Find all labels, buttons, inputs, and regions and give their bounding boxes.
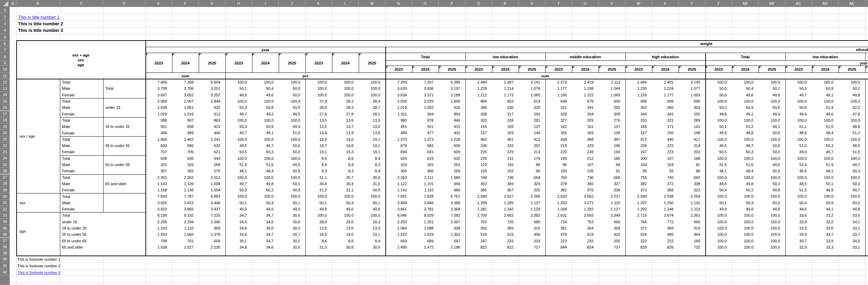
table-cell[interactable]: 48,4 [812,130,839,136]
table-cell[interactable]: 104 [652,162,679,168]
table-cell[interactable]: 100,0 [225,79,252,85]
row-header-18[interactable]: 18 [0,117,10,123]
table-cell[interactable]: 203 [679,149,705,155]
table-cell[interactable]: 2.520 [545,193,572,199]
row-header-33[interactable]: 33 [0,212,10,218]
table-cell[interactable]: 50,9 [252,123,279,130]
table-cell[interactable]: 214 [679,142,705,149]
table-cell[interactable]: 1.402 [172,136,199,142]
table-cell[interactable]: 3.368 [439,206,465,212]
table-cell[interactable]: 515 [492,231,519,238]
table-cell[interactable]: 50,1 [225,200,252,206]
table-cell[interactable]: 49,7 [839,187,865,193]
table-cell[interactable]: 50,3 [839,168,865,174]
table-cell[interactable]: 28,0 [305,219,332,225]
table-cell[interactable]: 28,3 [332,104,359,111]
row-header-3[interactable]: 3 [0,20,10,27]
table-cell[interactable]: 3.922 [172,200,199,206]
table-cell[interactable]: 1.137 [519,200,545,206]
table-cell[interactable]: 3.910 [145,206,172,212]
table-cell[interactable]: 27,8 [305,111,332,117]
row-header-37[interactable]: 37 [0,238,10,244]
table-cell[interactable]: 1.032 [412,104,439,111]
table-cell[interactable]: 1.077 [679,85,705,92]
table-cell[interactable]: 49,5 [225,142,252,149]
table-cell[interactable]: 2.295 [145,219,172,225]
column-header-S[interactable]: S [519,0,545,7]
row-label[interactable]: Total [60,155,103,162]
table-cell[interactable]: 100,0 [812,136,839,142]
table-cell[interactable]: 1.065 [519,92,545,98]
table-cell[interactable]: 477 [412,130,439,136]
table-cell[interactable]: 13,3 [359,225,385,231]
table-cell[interactable]: 100,0 [732,244,759,250]
table-cell[interactable]: 1.158 [145,187,172,193]
row-header-27[interactable]: 27 [0,174,10,181]
table-cell[interactable]: 1.212 [465,92,492,98]
table-cell[interactable]: 724 [545,219,572,225]
table-cell[interactable]: 104 [625,162,652,168]
row-label[interactable]: Total [60,117,103,123]
table-cell[interactable]: 91 [599,168,625,174]
title-link-1[interactable]: This is title number 1 [18,14,60,20]
table-cell[interactable]: 693 [385,238,412,244]
table-cell[interactable]: 376 [572,187,599,193]
row-header-5[interactable]: 5 [0,34,10,41]
year-header-cell[interactable]: 2025 [439,66,465,73]
table-cell[interactable]: 34,7 [252,238,279,244]
table-cell[interactable]: 2.401 [652,79,679,85]
table-cell[interactable]: 863 [199,117,225,123]
table-cell[interactable]: 50,0 [279,85,305,92]
table-cell[interactable]: 50,2 [839,85,865,92]
table-cell[interactable]: 50,3 [732,149,759,155]
table-cell[interactable]: 50,4 [252,85,279,92]
table-cell[interactable]: 50,6 [785,104,812,111]
table-cell[interactable]: 281 [519,117,545,123]
table-cell[interactable]: 100,0 [279,193,305,199]
row-header-30[interactable]: 30 [0,193,10,199]
table-cell[interactable]: 736 [572,174,599,181]
table-cell[interactable]: 100,0 [359,193,385,199]
table-cell[interactable]: 50,4 [785,200,812,206]
table-cell[interactable]: 100,0 [812,155,839,162]
column-header-A[interactable]: A [10,0,16,7]
table-cell[interactable]: 352 [465,225,492,231]
table-cell[interactable]: 90 [519,168,545,174]
table-cell[interactable]: 464 [679,231,705,238]
table-cell[interactable]: 100,0 [305,85,332,92]
table-cell[interactable]: 320 [465,117,492,123]
table-cell[interactable]: 8.046 [385,212,412,218]
table-cell[interactable]: 100,0 [279,117,305,123]
table-cell[interactable]: 683 [412,142,439,149]
age-group-label[interactable]: under 18 [103,98,145,117]
table-cell[interactable]: 2.562 [572,193,599,199]
column-header-Q[interactable]: Q [465,0,492,7]
table-cell[interactable]: 3.389 [439,200,465,206]
table-cell[interactable]: 49,0 [279,123,305,130]
column-header-F[interactable]: F [172,0,199,7]
table-cell[interactable]: 100,0 [305,212,332,218]
table-cell[interactable]: 1.268 [545,206,572,212]
table-cell[interactable]: 679 [385,142,412,149]
table-cell[interactable]: 1.141 [679,200,705,206]
table-cell[interactable]: 660 [679,174,705,181]
table-cell[interactable]: 2.294 [172,219,199,225]
table-cell[interactable]: 824 [572,244,599,250]
table-cell[interactable]: 100,0 [759,155,785,162]
row-label[interactable]: under 18 [60,219,103,225]
table-cell[interactable]: 49,5 [759,162,785,168]
table-cell[interactable]: 2.440 [465,79,492,85]
table-cell[interactable]: 49,7 [225,111,252,117]
row-header-13[interactable]: 13 [0,85,10,92]
table-cell[interactable]: 100,0 [225,174,252,181]
table-cell[interactable]: 100,0 [785,79,812,85]
table-cell[interactable]: 763 [465,219,492,225]
table-cell[interactable]: 220 [545,149,572,155]
column-header-G[interactable]: G [199,0,225,7]
table-cell[interactable]: 30,4 [332,181,359,187]
table-cell[interactable]: 2.538 [652,193,679,199]
table-cell[interactable]: 6.385 [439,79,465,85]
table-cell[interactable]: 7.225 [199,212,225,218]
table-cell[interactable]: 998 [145,117,172,123]
table-cell[interactable]: 164 [465,123,492,130]
